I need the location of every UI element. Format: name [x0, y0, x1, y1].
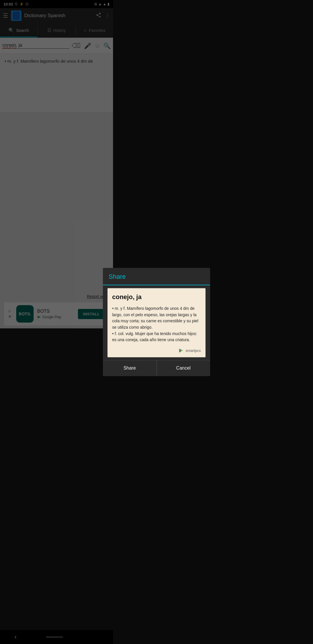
preview-word: conejo, ja	[112, 293, 113, 301]
share-title: Share	[109, 273, 113, 280]
share-preview-card: conejo, ja • m. y f. Mamífero lagomorfo …	[107, 287, 113, 328]
share-dialog: Share conejo, ja • m. y f. Mamífero lago…	[103, 268, 113, 328]
share-header: Share	[103, 268, 113, 285]
preview-definition: • m. y f. Mamífero lagomorfo de unos 4 d…	[112, 305, 113, 328]
overlay-backdrop[interactable]	[0, 0, 113, 328]
